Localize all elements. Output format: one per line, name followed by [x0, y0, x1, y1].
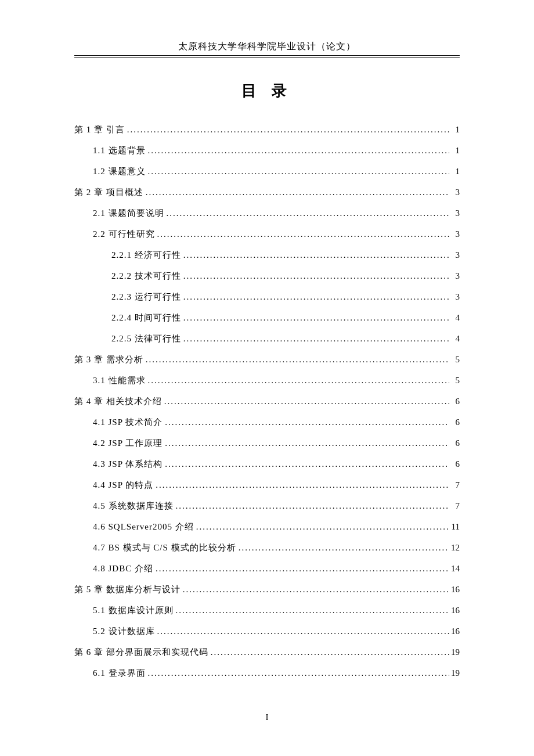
- toc-entry: 第 5 章 数据库分析与设计16: [74, 585, 460, 594]
- toc-entry: 5.1 数据库设计原则16: [74, 606, 460, 615]
- toc-entry-page: 5: [449, 355, 460, 364]
- toc-entry-label: 1.2 课题意义: [93, 167, 146, 176]
- toc-entry-label: 2.2 可行性研究: [93, 230, 155, 239]
- toc-dot-leader: [143, 355, 449, 364]
- toc-entry-label: 1.1 选题背景: [93, 146, 146, 155]
- toc-entry: 2.2.5 法律可行性4: [74, 334, 460, 343]
- toc-entry: 第 6 章 部分界面展示和实现代码19: [74, 648, 460, 657]
- toc-entry-label: 4.6 SQLServer2005 介绍: [93, 523, 194, 531]
- toc-entry-page: 19: [449, 669, 460, 678]
- toc-entry: 4.3 JSP 体系结构6: [74, 460, 460, 469]
- toc-dot-leader: [155, 627, 450, 636]
- toc-entry-page: 1: [449, 146, 460, 155]
- toc-entry: 6.1 登录界面19: [74, 669, 460, 678]
- toc-entry-label: 2.2.5 法律可行性: [111, 334, 181, 343]
- toc-entry: 第 1 章 引言1: [74, 125, 460, 134]
- document-page: 太原科技大学华科学院毕业设计（论文） 目 录 第 1 章 引言11.1 选题背景…: [0, 0, 534, 719]
- toc-entry-page: 6: [449, 460, 460, 469]
- toc-entry-label: 6.1 登录界面: [93, 669, 146, 678]
- toc-dot-leader: [146, 146, 450, 155]
- toc-entry-page: 16: [449, 585, 460, 594]
- toc-entry: 4.2 JSP 工作原理6: [74, 439, 460, 448]
- toc-dot-leader: [181, 293, 449, 301]
- toc-entry: 5.2 设计数据库16: [74, 627, 460, 636]
- toc-entry-page: 1: [449, 125, 460, 134]
- toc-entry-page: 3: [449, 209, 460, 218]
- toc-dot-leader: [208, 648, 449, 657]
- toc-entry-page: 3: [449, 230, 460, 239]
- toc-entry-label: 3.1 性能需求: [93, 376, 146, 385]
- toc-entry: 2.2.4 时间可行性4: [74, 314, 460, 322]
- toc-dot-leader: [146, 669, 450, 678]
- toc-dot-leader: [125, 125, 449, 134]
- toc-entry-label: 2.2.2 技术可行性: [111, 272, 181, 280]
- toc-dot-leader: [143, 188, 449, 197]
- toc-entry-page: 4: [449, 334, 460, 343]
- toc-dot-leader: [163, 439, 449, 448]
- toc-dot-leader: [181, 272, 449, 280]
- toc-entry-label: 2.2.1 经济可行性: [111, 251, 181, 260]
- toc-entry-label: 2.2.3 运行可行性: [111, 293, 181, 301]
- toc-entry: 2.2 可行性研究3: [74, 230, 460, 239]
- toc-entry-label: 5.1 数据库设计原则: [93, 606, 174, 615]
- toc-entry: 4.8 JDBC 介绍14: [74, 564, 460, 573]
- toc-entry-page: 12: [449, 543, 460, 552]
- toc-entry-label: 2.1 课题简要说明: [93, 209, 164, 218]
- toc-entry-label: 4.7 BS 模式与 C/S 模式的比较分析: [93, 543, 236, 552]
- toc-entry-label: 第 1 章 引言: [74, 125, 125, 134]
- toc-entry-label: 4.8 JDBC 介绍: [93, 564, 153, 573]
- toc-list: 第 1 章 引言11.1 选题背景11.2 课题意义1第 2 章 项目概述32.…: [74, 125, 460, 678]
- toc-entry-label: 4.2 JSP 工作原理: [93, 439, 163, 448]
- toc-entry-label: 第 6 章 部分界面展示和实现代码: [74, 648, 208, 657]
- toc-entry-page: 3: [449, 272, 460, 280]
- toc-entry: 4.4 JSP 的特点7: [74, 481, 460, 489]
- toc-dot-leader: [146, 167, 450, 176]
- toc-entry: 第 3 章 需求分析5: [74, 355, 460, 364]
- toc-entry-label: 第 3 章 需求分析: [74, 355, 143, 364]
- toc-entry-label: 2.2.4 时间可行性: [111, 314, 181, 322]
- page-header: 太原科技大学华科学院毕业设计（论文）: [74, 41, 460, 54]
- toc-entry-label: 第 2 章 项目概述: [74, 188, 143, 197]
- toc-entry-page: 4: [449, 314, 460, 322]
- toc-entry-label: 4.4 JSP 的特点: [93, 481, 153, 489]
- toc-entry-label: 5.2 设计数据库: [93, 627, 155, 636]
- toc-entry-page: 16: [449, 627, 460, 636]
- toc-dot-leader: [164, 209, 450, 218]
- toc-entry-page: 3: [449, 251, 460, 260]
- toc-entry: 1.2 课题意义1: [74, 167, 460, 176]
- toc-entry-page: 16: [449, 606, 460, 615]
- toc-entry-page: 3: [449, 188, 460, 197]
- toc-title: 目 录: [74, 81, 460, 101]
- header-divider: [74, 55, 460, 57]
- toc-entry-page: 6: [449, 439, 460, 448]
- toc-entry: 2.2.2 技术可行性3: [74, 272, 460, 280]
- toc-dot-leader: [153, 481, 449, 489]
- toc-entry-label: 4.5 系统数据库连接: [93, 502, 174, 510]
- toc-entry-page: 14: [449, 564, 460, 573]
- toc-dot-leader: [181, 251, 449, 260]
- toc-entry-page: 3: [449, 293, 460, 301]
- toc-entry: 2.2.3 运行可行性3: [74, 293, 460, 301]
- toc-entry-label: 第 5 章 数据库分析与设计: [74, 585, 181, 594]
- toc-entry-page: 5: [449, 376, 460, 385]
- toc-entry-page: 7: [449, 502, 460, 510]
- toc-dot-leader: [181, 585, 449, 594]
- toc-entry-page: 7: [449, 481, 460, 489]
- toc-entry-page: 11: [449, 523, 460, 531]
- toc-entry-page: 19: [449, 648, 460, 657]
- page-number: I: [0, 712, 534, 722]
- toc-dot-leader: [236, 543, 449, 552]
- toc-entry: 2.1 课题简要说明3: [74, 209, 460, 218]
- toc-dot-leader: [181, 314, 449, 322]
- toc-entry-page: 6: [449, 418, 460, 427]
- toc-entry-page: 1: [449, 167, 460, 176]
- toc-entry: 4.7 BS 模式与 C/S 模式的比较分析12: [74, 543, 460, 552]
- toc-entry-label: 第 4 章 相关技术介绍: [74, 397, 162, 406]
- toc-dot-leader: [181, 334, 449, 343]
- toc-dot-leader: [174, 502, 450, 510]
- toc-entry: 4.6 SQLServer2005 介绍11: [74, 523, 460, 531]
- toc-entry: 4.5 系统数据库连接7: [74, 502, 460, 510]
- toc-dot-leader: [146, 376, 450, 385]
- toc-dot-leader: [194, 523, 449, 531]
- toc-dot-leader: [174, 606, 450, 615]
